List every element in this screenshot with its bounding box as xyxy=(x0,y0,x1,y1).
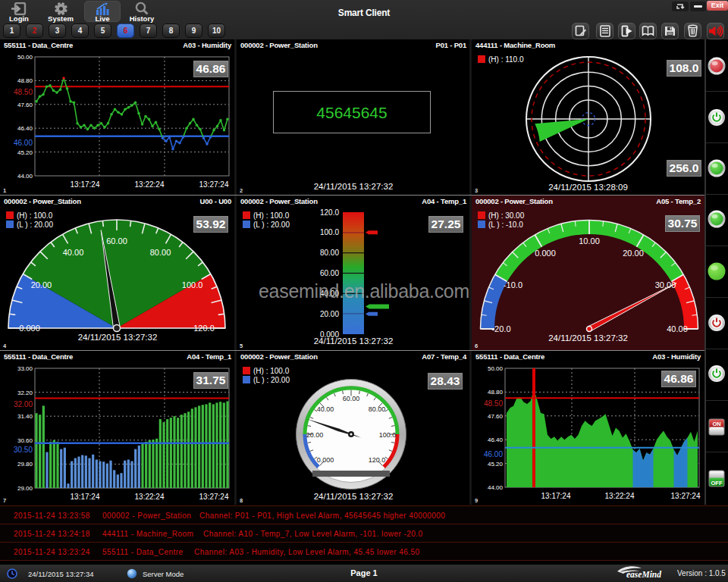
svg-text:OFF: OFF xyxy=(711,480,723,487)
svg-text:44.00: 44.00 xyxy=(17,173,33,180)
svg-text:50.00: 50.00 xyxy=(17,54,33,61)
svg-text:46.00: 46.00 xyxy=(484,450,503,458)
svg-text:46.40: 46.40 xyxy=(488,436,504,443)
svg-text:30.60: 30.60 xyxy=(17,437,33,444)
svg-text:50.00: 50.00 xyxy=(488,365,504,372)
svg-text:44.00: 44.00 xyxy=(488,484,504,491)
svg-text:20.00: 20.00 xyxy=(320,310,339,318)
svg-text:48.50: 48.50 xyxy=(484,399,503,408)
svg-text:48.80: 48.80 xyxy=(17,77,33,84)
svg-text:33.00: 33.00 xyxy=(17,365,33,372)
svg-text:29.00: 29.00 xyxy=(17,485,33,492)
svg-text:13:22:24: 13:22:24 xyxy=(135,180,165,189)
svg-text:80.00: 80.00 xyxy=(150,248,171,257)
svg-text:40.00: 40.00 xyxy=(317,405,334,413)
svg-text:48.50: 48.50 xyxy=(14,88,33,96)
svg-text:40.00: 40.00 xyxy=(667,324,688,333)
svg-text:32.20: 32.20 xyxy=(17,390,33,396)
svg-text:46.00: 46.00 xyxy=(14,139,33,147)
svg-text:80.00: 80.00 xyxy=(320,249,339,257)
svg-text:31.40: 31.40 xyxy=(17,413,33,420)
svg-text:60.00: 60.00 xyxy=(320,269,339,277)
svg-text:60.00: 60.00 xyxy=(106,236,127,246)
svg-text:13:17:24: 13:17:24 xyxy=(71,180,100,189)
svg-text:0.000: 0.000 xyxy=(317,456,334,464)
svg-text:120.0: 120.0 xyxy=(320,208,339,217)
svg-text:13:27:24: 13:27:24 xyxy=(671,492,701,500)
svg-text:easeMind: easeMind xyxy=(626,570,661,579)
svg-text:32.00: 32.00 xyxy=(14,400,33,408)
svg-text:45.20: 45.20 xyxy=(17,149,33,156)
svg-text:48.80: 48.80 xyxy=(488,389,504,396)
svg-text:-20.0: -20.0 xyxy=(491,324,510,333)
svg-text:20.00: 20.00 xyxy=(306,431,324,439)
svg-text:13:22:24: 13:22:24 xyxy=(605,492,635,500)
svg-text:40.00: 40.00 xyxy=(63,248,84,257)
svg-text:100.0: 100.0 xyxy=(379,431,397,439)
svg-text:80.00: 80.00 xyxy=(369,405,386,413)
svg-text:120.0: 120.0 xyxy=(369,456,386,464)
svg-text:60.00: 60.00 xyxy=(343,395,360,402)
svg-text:30.50: 30.50 xyxy=(14,446,33,454)
svg-text:45.20: 45.20 xyxy=(488,461,504,468)
svg-text:46.40: 46.40 xyxy=(17,125,33,132)
svg-text:120.0: 120.0 xyxy=(193,324,215,333)
svg-text:13:27:24: 13:27:24 xyxy=(199,493,229,501)
svg-text:13:17:24: 13:17:24 xyxy=(541,492,571,500)
svg-text:20.00: 20.00 xyxy=(623,249,644,258)
svg-text:29.80: 29.80 xyxy=(17,461,33,468)
svg-text:13:27:24: 13:27:24 xyxy=(199,180,229,189)
svg-text:100.0: 100.0 xyxy=(320,228,339,236)
svg-text:ON: ON xyxy=(712,421,720,427)
svg-text:13:22:24: 13:22:24 xyxy=(135,493,165,501)
svg-text:13:17:24: 13:17:24 xyxy=(71,493,100,501)
svg-text:47.60: 47.60 xyxy=(17,102,33,108)
svg-text:0.000: 0.000 xyxy=(19,324,40,333)
svg-text:0.000: 0.000 xyxy=(535,249,556,258)
svg-text:10.00: 10.00 xyxy=(579,236,600,246)
svg-text:47.60: 47.60 xyxy=(488,413,504,420)
